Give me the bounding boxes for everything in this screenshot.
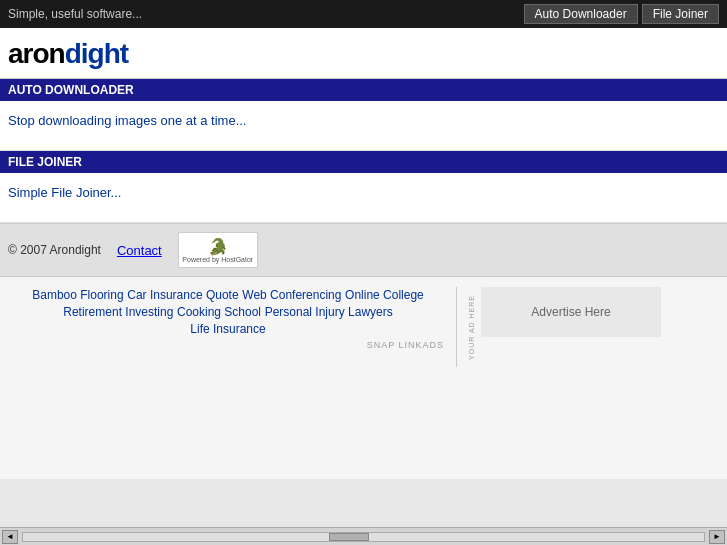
ad-row-1: Retirement Investing Cooking School Pers… bbox=[8, 304, 448, 319]
footer-contact: Contact bbox=[117, 243, 162, 258]
ad-link-bamboo[interactable]: Bamboo Flooring bbox=[32, 288, 123, 302]
logo-part2: dight bbox=[65, 38, 128, 69]
logo-part1: aron bbox=[8, 38, 65, 69]
auto-downloader-header: AUTO DOWNLOADER bbox=[0, 79, 727, 101]
right-ad-area: YOUR AD HERE Advertise Here bbox=[456, 287, 719, 367]
file-joiner-header: FILE JOINER bbox=[0, 151, 727, 173]
ad-link-car-insurance[interactable]: Car Insurance Quote bbox=[127, 288, 238, 302]
tagline: Simple, useful software... bbox=[8, 7, 142, 21]
snap-logo: SNAP LINKADS bbox=[8, 340, 448, 350]
ad-link-web-conf[interactable]: Web Conferencing bbox=[242, 288, 341, 302]
ad-row-2: Life Insurance bbox=[8, 321, 448, 336]
ads-section: Bamboo Flooring Car Insurance Quote Web … bbox=[0, 277, 727, 377]
ad-link-online-college[interactable]: Online College bbox=[345, 288, 424, 302]
file-joiner-body: Simple File Joiner... bbox=[0, 173, 727, 223]
ad-link-retirement[interactable]: Retirement Investing bbox=[63, 305, 173, 319]
auto-downloader-nav-btn[interactable]: Auto Downloader bbox=[524, 4, 638, 24]
snap-logo-text: SNAP LINKADS bbox=[367, 340, 444, 350]
file-joiner-link[interactable]: Simple File Joiner... bbox=[8, 185, 121, 200]
copyright: © 2007 Arondight bbox=[8, 243, 101, 257]
auto-downloader-body: Stop downloading images one at a time... bbox=[0, 101, 727, 151]
ad-link-personal-injury[interactable]: Personal Injury Lawyers bbox=[265, 305, 393, 319]
logo: arondight bbox=[8, 38, 128, 69]
auto-downloader-link[interactable]: Stop downloading images one at a time... bbox=[8, 113, 246, 128]
auto-downloader-section: AUTO DOWNLOADER Stop downloading images … bbox=[0, 79, 727, 151]
advertise-here-box[interactable]: Advertise Here bbox=[481, 287, 661, 337]
footer-bar: © 2007 Arondight Contact 🐊 Powered by Ho… bbox=[0, 223, 727, 277]
ad-row-0: Bamboo Flooring Car Insurance Quote Web … bbox=[8, 287, 448, 302]
file-joiner-section: FILE JOINER Simple File Joiner... bbox=[0, 151, 727, 223]
hostgator-badge: 🐊 Powered by HostGator bbox=[178, 232, 258, 268]
contact-link[interactable]: Contact bbox=[117, 243, 162, 258]
top-bar: Simple, useful software... Auto Download… bbox=[0, 0, 727, 28]
snap-links-inner: Bamboo Flooring Car Insurance Quote Web … bbox=[8, 287, 448, 336]
main-content: AUTO DOWNLOADER Stop downloading images … bbox=[0, 79, 727, 479]
file-joiner-nav-btn[interactable]: File Joiner bbox=[642, 4, 719, 24]
ad-link-life-insurance[interactable]: Life Insurance bbox=[190, 322, 265, 336]
your-ad-here-text: YOUR AD HERE bbox=[468, 295, 475, 360]
ad-link-cooking[interactable]: Cooking School bbox=[177, 305, 261, 319]
your-ad-here-vertical: YOUR AD HERE bbox=[465, 287, 477, 367]
logo-area: arondight bbox=[0, 28, 727, 79]
hostgator-text: Powered by HostGator bbox=[182, 256, 253, 264]
snap-links: Bamboo Flooring Car Insurance Quote Web … bbox=[8, 287, 448, 367]
top-nav: Auto Downloader File Joiner bbox=[524, 4, 719, 24]
hostgator-icon: 🐊 bbox=[208, 237, 228, 256]
